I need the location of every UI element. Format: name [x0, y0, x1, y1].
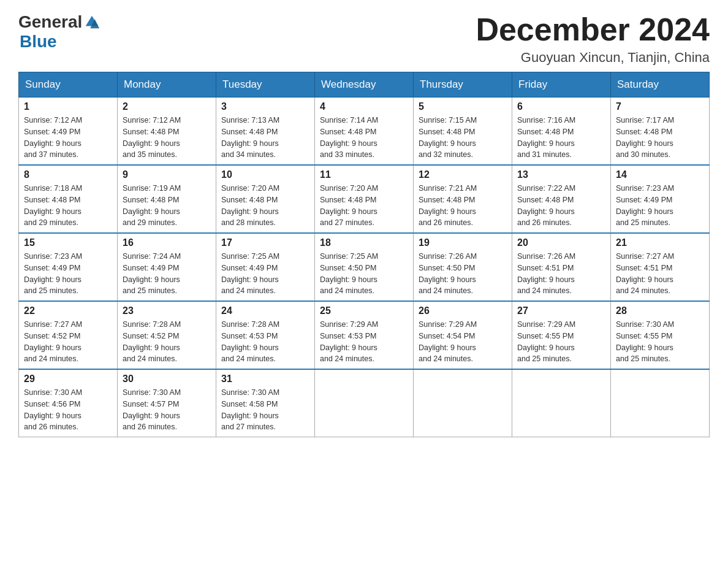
logo-general-text: General	[18, 12, 82, 32]
calendar-cell: 21Sunrise: 7:27 AMSunset: 4:51 PMDayligh…	[611, 233, 710, 301]
day-number: 12	[419, 169, 507, 180]
calendar-cell: 26Sunrise: 7:29 AMSunset: 4:54 PMDayligh…	[414, 301, 512, 369]
day-info: Sunrise: 7:28 AMSunset: 4:53 PMDaylight:…	[221, 319, 309, 365]
calendar-cell: 20Sunrise: 7:26 AMSunset: 4:51 PMDayligh…	[512, 233, 611, 301]
day-number: 27	[517, 305, 605, 316]
calendar-week-row: 8Sunrise: 7:18 AMSunset: 4:48 PMDaylight…	[19, 165, 710, 233]
day-info: Sunrise: 7:28 AMSunset: 4:52 PMDaylight:…	[123, 319, 211, 365]
day-info: Sunrise: 7:26 AMSunset: 4:50 PMDaylight:…	[419, 251, 507, 297]
day-number: 17	[221, 237, 309, 248]
day-number: 30	[123, 373, 211, 385]
day-number: 22	[24, 305, 112, 316]
calendar-week-row: 15Sunrise: 7:23 AMSunset: 4:49 PMDayligh…	[19, 233, 710, 301]
calendar-cell: 19Sunrise: 7:26 AMSunset: 4:50 PMDayligh…	[414, 233, 512, 301]
day-number: 15	[24, 237, 112, 248]
weekday-header-row: SundayMondayTuesdayWednesdayThursdayFrid…	[19, 72, 710, 98]
calendar-table: SundayMondayTuesdayWednesdayThursdayFrid…	[18, 72, 710, 437]
calendar-cell: 8Sunrise: 7:18 AMSunset: 4:48 PMDaylight…	[19, 165, 118, 233]
calendar-cell: 14Sunrise: 7:23 AMSunset: 4:49 PMDayligh…	[611, 165, 710, 233]
day-number: 16	[123, 237, 211, 248]
day-info: Sunrise: 7:15 AMSunset: 4:48 PMDaylight:…	[419, 115, 507, 161]
day-info: Sunrise: 7:23 AMSunset: 4:49 PMDaylight:…	[24, 251, 112, 297]
calendar-week-row: 22Sunrise: 7:27 AMSunset: 4:52 PMDayligh…	[19, 301, 710, 369]
day-info: Sunrise: 7:29 AMSunset: 4:55 PMDaylight:…	[517, 319, 605, 365]
day-info: Sunrise: 7:27 AMSunset: 4:51 PMDaylight:…	[616, 251, 704, 297]
day-number: 28	[616, 305, 704, 316]
day-info: Sunrise: 7:29 AMSunset: 4:54 PMDaylight:…	[419, 319, 507, 365]
calendar-cell: 13Sunrise: 7:22 AMSunset: 4:48 PMDayligh…	[512, 165, 611, 233]
day-number: 14	[616, 169, 704, 180]
day-info: Sunrise: 7:20 AMSunset: 4:48 PMDaylight:…	[320, 183, 408, 229]
logo: General Blue	[18, 12, 102, 52]
day-info: Sunrise: 7:30 AMSunset: 4:55 PMDaylight:…	[616, 319, 704, 365]
day-number: 1	[24, 101, 112, 112]
day-info: Sunrise: 7:30 AMSunset: 4:58 PMDaylight:…	[221, 387, 309, 433]
calendar-cell	[315, 369, 414, 437]
day-number: 10	[221, 169, 309, 180]
day-number: 5	[419, 101, 507, 112]
weekday-header-thursday: Thursday	[414, 72, 512, 98]
calendar-cell: 9Sunrise: 7:19 AMSunset: 4:48 PMDaylight…	[118, 165, 216, 233]
day-info: Sunrise: 7:30 AMSunset: 4:57 PMDaylight:…	[123, 387, 211, 433]
calendar-cell	[512, 369, 611, 437]
calendar-cell: 16Sunrise: 7:24 AMSunset: 4:49 PMDayligh…	[118, 233, 216, 301]
day-info: Sunrise: 7:22 AMSunset: 4:48 PMDaylight:…	[517, 183, 605, 229]
calendar-cell: 29Sunrise: 7:30 AMSunset: 4:56 PMDayligh…	[19, 369, 118, 437]
day-info: Sunrise: 7:21 AMSunset: 4:48 PMDaylight:…	[419, 183, 507, 229]
calendar-cell	[414, 369, 512, 437]
day-info: Sunrise: 7:20 AMSunset: 4:48 PMDaylight:…	[221, 183, 309, 229]
day-info: Sunrise: 7:30 AMSunset: 4:56 PMDaylight:…	[24, 387, 112, 433]
month-title: December 2024	[476, 12, 710, 47]
page-header: General Blue December 2024 Guoyuan Xincu…	[18, 12, 710, 66]
calendar-cell: 7Sunrise: 7:17 AMSunset: 4:48 PMDaylight…	[611, 98, 710, 166]
day-info: Sunrise: 7:27 AMSunset: 4:52 PMDaylight:…	[24, 319, 112, 365]
day-number: 2	[123, 101, 211, 112]
calendar-cell: 12Sunrise: 7:21 AMSunset: 4:48 PMDayligh…	[414, 165, 512, 233]
day-info: Sunrise: 7:12 AMSunset: 4:48 PMDaylight:…	[123, 115, 211, 161]
day-number: 7	[616, 101, 704, 112]
day-info: Sunrise: 7:18 AMSunset: 4:48 PMDaylight:…	[24, 183, 112, 229]
day-number: 13	[517, 169, 605, 180]
day-number: 29	[24, 373, 112, 385]
day-number: 20	[517, 237, 605, 248]
calendar-cell: 10Sunrise: 7:20 AMSunset: 4:48 PMDayligh…	[216, 165, 315, 233]
location-subtitle: Guoyuan Xincun, Tianjin, China	[476, 50, 710, 66]
day-info: Sunrise: 7:17 AMSunset: 4:48 PMDaylight:…	[616, 115, 704, 161]
day-info: Sunrise: 7:12 AMSunset: 4:49 PMDaylight:…	[24, 115, 112, 161]
calendar-cell: 2Sunrise: 7:12 AMSunset: 4:48 PMDaylight…	[118, 98, 216, 166]
day-number: 18	[320, 237, 408, 248]
calendar-cell: 31Sunrise: 7:30 AMSunset: 4:58 PMDayligh…	[216, 369, 315, 437]
day-number: 23	[123, 305, 211, 316]
day-info: Sunrise: 7:13 AMSunset: 4:48 PMDaylight:…	[221, 115, 309, 161]
weekday-header-friday: Friday	[512, 72, 611, 98]
logo-icon	[83, 13, 100, 31]
day-info: Sunrise: 7:25 AMSunset: 4:49 PMDaylight:…	[221, 251, 309, 297]
calendar-cell: 4Sunrise: 7:14 AMSunset: 4:48 PMDaylight…	[315, 98, 414, 166]
day-info: Sunrise: 7:19 AMSunset: 4:48 PMDaylight:…	[123, 183, 211, 229]
day-info: Sunrise: 7:25 AMSunset: 4:50 PMDaylight:…	[320, 251, 408, 297]
day-number: 6	[517, 101, 605, 112]
calendar-cell: 25Sunrise: 7:29 AMSunset: 4:53 PMDayligh…	[315, 301, 414, 369]
day-number: 24	[221, 305, 309, 316]
day-number: 9	[123, 169, 211, 180]
day-info: Sunrise: 7:26 AMSunset: 4:51 PMDaylight:…	[517, 251, 605, 297]
calendar-cell: 22Sunrise: 7:27 AMSunset: 4:52 PMDayligh…	[19, 301, 118, 369]
day-number: 8	[24, 169, 112, 180]
day-number: 3	[221, 101, 309, 112]
weekday-header-monday: Monday	[118, 72, 216, 98]
calendar-cell: 30Sunrise: 7:30 AMSunset: 4:57 PMDayligh…	[118, 369, 216, 437]
calendar-cell: 17Sunrise: 7:25 AMSunset: 4:49 PMDayligh…	[216, 233, 315, 301]
calendar-cell: 6Sunrise: 7:16 AMSunset: 4:48 PMDaylight…	[512, 98, 611, 166]
calendar-cell: 24Sunrise: 7:28 AMSunset: 4:53 PMDayligh…	[216, 301, 315, 369]
calendar-cell: 3Sunrise: 7:13 AMSunset: 4:48 PMDaylight…	[216, 98, 315, 166]
day-number: 31	[221, 373, 309, 385]
day-number: 11	[320, 169, 408, 180]
day-info: Sunrise: 7:14 AMSunset: 4:48 PMDaylight:…	[320, 115, 408, 161]
calendar-cell: 18Sunrise: 7:25 AMSunset: 4:50 PMDayligh…	[315, 233, 414, 301]
logo-blue-text: Blue	[20, 32, 57, 51]
weekday-header-wednesday: Wednesday	[315, 72, 414, 98]
calendar-cell	[611, 369, 710, 437]
day-number: 26	[419, 305, 507, 316]
calendar-cell: 11Sunrise: 7:20 AMSunset: 4:48 PMDayligh…	[315, 165, 414, 233]
weekday-header-sunday: Sunday	[19, 72, 118, 98]
